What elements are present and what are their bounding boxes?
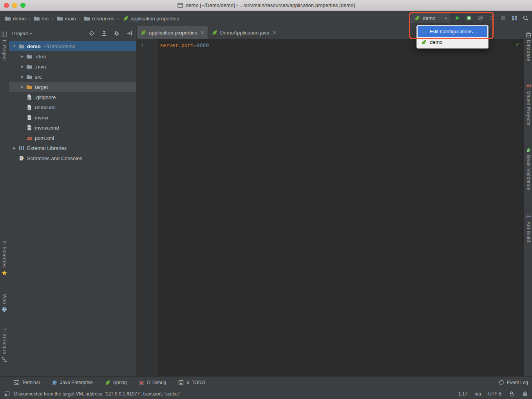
tool-button-label: 7: Structure — [2, 328, 7, 354]
tool-button-label: Ant Build — [526, 222, 531, 242]
collapse-all-button[interactable] — [100, 29, 108, 37]
tree-item-label: mvnw.cmd — [35, 125, 59, 131]
tool-button-spring[interactable]: Spring — [105, 379, 127, 386]
status-widgets: 1:17 n/a UTF-8 — [458, 391, 528, 397]
tree-item-src[interactable]: ▶src — [9, 72, 136, 82]
tree-item-mvnw-cmd[interactable]: mvnw.cmd — [9, 123, 136, 133]
zoom-button[interactable] — [20, 3, 25, 8]
terminal-icon — [13, 379, 20, 386]
caret-position[interactable]: 1:17 — [458, 391, 467, 397]
inspection-ok-icon[interactable]: ✓ — [515, 41, 520, 47]
event-log-button[interactable]: Event Log — [498, 379, 528, 386]
locate-file-button[interactable] — [88, 29, 96, 37]
tree-item-label: .mvn — [35, 64, 46, 70]
tool-button-terminal[interactable]: Terminal — [13, 379, 40, 386]
menu-item-label: Edit Configurations... — [430, 29, 477, 34]
hide-panel-button[interactable] — [125, 29, 133, 37]
chevron-down-icon: ▾ — [445, 16, 447, 20]
line-separator[interactable]: n/a — [474, 391, 481, 397]
tool-button-ant-build[interactable]: Ant Build — [525, 213, 532, 242]
tool-button-6-todo[interactable]: 6: TODO — [178, 379, 205, 386]
file-encoding[interactable]: UTF-8 — [488, 391, 501, 397]
tree-item-external-libraries[interactable]: ▶External Libraries — [9, 143, 136, 153]
tree-expand-arrow-icon[interactable]: ▶ — [18, 85, 26, 89]
run-with-coverage-button[interactable] — [465, 14, 473, 22]
left-tool-strip: 1: Project2: FavoritesWeb7: Structure — [0, 26, 9, 377]
hatched-icon — [477, 15, 483, 21]
tool-button-label: 5: Debug — [147, 380, 166, 385]
hector-icon[interactable] — [522, 391, 528, 397]
minimize-button[interactable] — [12, 3, 17, 8]
tree-item-scratches-and-consoles[interactable]: Scratches and Consoles — [9, 153, 136, 163]
rerun-button[interactable] — [488, 14, 496, 22]
project-view-selector[interactable]: Project ▾ — [12, 31, 32, 36]
tree-item-label: .idea — [35, 54, 46, 60]
search-icon — [523, 15, 529, 21]
tree-item-label: target — [35, 84, 48, 90]
leaf-icon — [140, 29, 147, 36]
menu-item-demo[interactable]: demo — [418, 37, 487, 47]
project-panel-header: Project ▾ — [9, 26, 136, 40]
editor-tab-application-properties[interactable]: application.properties× — [137, 26, 208, 39]
tree-item-label: demo.iml — [35, 105, 56, 110]
tree-expand-arrow-icon[interactable]: ▼ — [11, 44, 18, 48]
tool-button-web[interactable]: Web — [0, 294, 9, 312]
tree-expand-arrow-icon[interactable]: ▶ — [18, 65, 26, 69]
menu-item-edit-configurations[interactable]: Edit Configurations... — [418, 26, 487, 37]
toolwindow-switcher-icon[interactable] — [4, 391, 10, 397]
tree-item-target[interactable]: ▶target — [9, 82, 136, 92]
tool-button-label: 6: TODO — [186, 380, 205, 385]
close-icon[interactable]: × — [201, 30, 204, 35]
lock-icon[interactable] — [508, 391, 515, 397]
tool-button-5-debug[interactable]: 5: Debug — [138, 379, 166, 386]
run-button[interactable] — [454, 14, 461, 22]
breadcrumb-item-src[interactable]: src — [33, 14, 49, 22]
tool-button-1-project[interactable]: 1: Project — [0, 31, 9, 61]
tool-button-database[interactable]: Database — [525, 32, 532, 61]
tree-item-label: .gitignore — [35, 94, 56, 100]
stop-button[interactable] — [499, 14, 507, 22]
tree-item-gitignore[interactable]: .gitignore — [9, 92, 136, 102]
search-everywhere-button[interactable] — [522, 14, 530, 22]
breadcrumb-item-demo[interactable]: demo — [4, 14, 27, 22]
tree-item-demo[interactable]: ▼demo~/Demo/demo — [9, 41, 136, 51]
close-button[interactable] — [4, 3, 9, 8]
tree-expand-arrow-icon[interactable]: ▶ — [18, 75, 26, 79]
editor-gutter: 1 — [137, 39, 157, 377]
editor: 1 server.port=9000 ✓ — [137, 39, 524, 377]
code-area[interactable]: server.port=9000 — [157, 39, 524, 377]
tree-item-mvn[interactable]: ▶.mvn — [9, 61, 136, 72]
tree-item-label: mvnw — [35, 115, 48, 121]
restart-icon — [489, 15, 495, 21]
tool-button-label: Spring — [113, 380, 127, 385]
tool-button-2-favorites[interactable]: 2: Favorites — [0, 241, 9, 276]
tree-item-mvnw[interactable]: mvnw — [9, 112, 136, 123]
breadcrumb-item-application-properties[interactable]: application.properties — [122, 14, 180, 22]
breadcrumb-item-resources[interactable]: resources — [83, 14, 115, 22]
tree-item-idea[interactable]: ▶.idea — [9, 51, 136, 61]
tool-button-java-enterprise[interactable]: Java Enterprise — [51, 379, 92, 386]
tree-expand-arrow-icon[interactable]: ▶ — [11, 146, 18, 150]
tool-button-7-structure[interactable]: 7: Structure — [0, 328, 9, 363]
tree-item-label: pom.xml — [35, 135, 54, 141]
right-tool-strip: DatabasemMaven ProjectsBean ValidationAn… — [524, 26, 532, 377]
run-config-combo[interactable]: demo ▾ — [411, 13, 450, 23]
breadcrumb-item-main[interactable]: main — [56, 14, 77, 22]
close-icon[interactable]: × — [273, 30, 276, 35]
project-structure-button[interactable] — [510, 14, 518, 22]
tree-item-label: External Libraries — [27, 145, 67, 151]
tool-button-maven-projects[interactable]: mMaven Projects — [525, 82, 532, 126]
file-icon — [26, 104, 33, 110]
panel-splitter[interactable] — [136, 26, 137, 377]
tool-button-label: Bean Validation — [526, 155, 531, 191]
tree-item-demo-iml[interactable]: demo.iml — [9, 102, 136, 112]
tree-expand-arrow-icon[interactable]: ▶ — [18, 54, 26, 58]
tab-label: application.properties — [149, 30, 197, 36]
breadcrumb-label: main — [65, 16, 76, 22]
profiler-button[interactable] — [476, 14, 484, 22]
tree-item-pom-xml[interactable]: mpom.xml — [9, 133, 136, 143]
editor-tab-demoapplication-java[interactable]: DemoApplication.java× — [208, 26, 280, 39]
tool-button-bean-validation[interactable]: Bean Validation — [525, 147, 532, 191]
line-number: 1 — [137, 39, 157, 48]
settings-button[interactable] — [113, 29, 121, 37]
